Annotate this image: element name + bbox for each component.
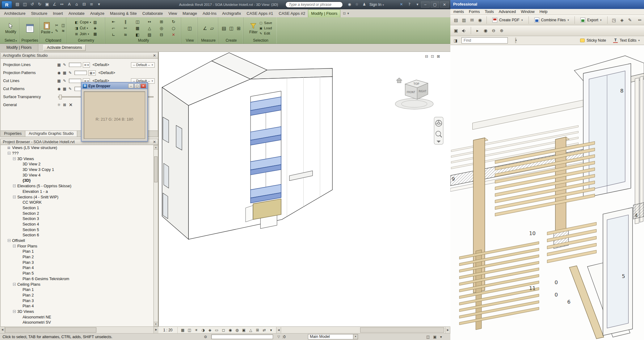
grid-icon[interactable]: ▦ xyxy=(62,70,67,75)
customize-qat-icon[interactable]: ▾ xyxy=(96,2,102,6)
signature-pen-icon[interactable]: ✏ xyxy=(637,17,643,23)
tab-massing-site[interactable]: Massing & Site xyxy=(107,10,140,17)
trim-corner-icon[interactable]: ∟ xyxy=(109,32,118,38)
tab-modify-floors[interactable]: Modify | Floors xyxy=(308,10,340,17)
help-icon[interactable]: ? xyxy=(407,2,412,6)
paste-options-icon[interactable]: ≋ xyxy=(61,29,66,33)
page-thumbnail-icon[interactable]: ▣ xyxy=(452,27,459,34)
tree-item[interactable]: Ceiling Plans xyxy=(1,281,153,287)
find-combo[interactable]: ▾ xyxy=(461,37,508,44)
print-icon[interactable]: ▣ xyxy=(44,2,50,6)
paint-icon[interactable]: ◧ xyxy=(133,32,142,38)
design-option-select[interactable]: Main Model▾ xyxy=(308,334,358,339)
text-edits-button[interactable]: TText Edits▾ xyxy=(611,37,642,44)
copy-icon[interactable]: ⊞ xyxy=(157,19,166,25)
pencil-icon[interactable]: ✎ xyxy=(67,86,73,91)
save-icon[interactable]: ◫ xyxy=(22,2,27,6)
print-icon[interactable]: ▥ xyxy=(461,17,467,23)
tree-item[interactable]: Section 2 xyxy=(1,210,153,216)
tree-item[interactable]: Section 5 xyxy=(1,227,153,232)
menu-window[interactable]: Window xyxy=(518,9,537,15)
shadows-icon[interactable]: ◑ xyxy=(201,328,205,332)
tree-item[interactable]: 3D View 2 xyxy=(1,161,153,167)
match-properties-icon[interactable]: ✎ xyxy=(54,29,59,33)
scrollbar-thumb[interactable] xyxy=(360,327,444,333)
crop-view-icon[interactable]: ▭ xyxy=(214,328,219,332)
join-button[interactable]: ⊞Join▾ xyxy=(74,31,91,37)
editable-only-icon[interactable]: ◫ xyxy=(426,335,430,339)
clear-overrides-icon[interactable]: ✕ xyxy=(67,102,74,108)
rendering-dialog-icon[interactable]: ◈ xyxy=(208,328,212,332)
close-icon[interactable]: ✕ xyxy=(152,139,157,144)
tree-item[interactable]: Offisiell xyxy=(1,238,153,243)
eye-icon[interactable]: ◉ xyxy=(56,86,62,91)
default-view-icon[interactable]: ◫ xyxy=(187,26,192,31)
search-input[interactable] xyxy=(285,2,343,8)
tree-item[interactable]: Section 1 xyxy=(1,205,153,211)
tree-item[interactable]: Plan 1 xyxy=(1,287,153,292)
create-group-icon[interactable]: ▤ xyxy=(222,26,226,31)
favorites-star-icon[interactable]: ☆ xyxy=(355,2,359,6)
tree-item[interactable]: Section 4 xyxy=(1,222,153,227)
scale-icon[interactable]: △ xyxy=(145,26,154,31)
viewcube-right-face[interactable]: RIGHT xyxy=(419,90,426,93)
rotate-icon[interactable]: ↻ xyxy=(169,19,178,25)
tree-item[interactable]: Elevations (5 - Oppriss Skisse) xyxy=(1,183,153,189)
exchange-apps-icon[interactable]: ✕ xyxy=(399,2,404,6)
tab-insert[interactable]: Insert xyxy=(50,10,66,17)
reveal-constraints-icon[interactable]: ⊞ xyxy=(255,328,260,332)
filter-button[interactable]: Filter xyxy=(249,23,258,34)
tree-item[interactable]: 3D Views xyxy=(1,156,153,161)
delete-icon[interactable]: ✕ xyxy=(169,32,178,38)
scrollbar-thumb[interactable] xyxy=(5,327,96,333)
unjoin-icon[interactable]: ▦ xyxy=(93,32,98,36)
tab-case-apps-1[interactable]: CASE Apps #1 xyxy=(244,10,276,17)
unpin-icon[interactable]: ○ xyxy=(169,26,178,31)
tree-item[interactable]: Plan 3 xyxy=(1,259,153,265)
tree-item[interactable]: Plan 3 xyxy=(1,298,153,303)
graphic-studio-header[interactable]: Archigrafix Graphic Studio ✕ xyxy=(0,52,158,59)
default-3d-view-icon[interactable]: ⌂ xyxy=(74,2,79,6)
tree-item[interactable]: 3D View 3 Copy 1 xyxy=(1,167,153,172)
find-options-icon[interactable]: ◨ xyxy=(452,38,459,43)
close-button[interactable]: ✕ xyxy=(141,84,146,88)
review-comment-icon[interactable]: ◳ xyxy=(611,17,617,23)
sun-path-icon[interactable]: ☀ xyxy=(194,328,199,332)
scroll-left-icon[interactable]: ◀ xyxy=(0,327,5,333)
temporary-view-properties-icon[interactable]: ▣ xyxy=(242,328,246,332)
tree-item[interactable]: ▤Views (LS View structure) xyxy=(1,145,153,151)
tree-item[interactable]: {3D} xyxy=(1,178,153,183)
dock-horizontal-scrollbar[interactable]: ◀ ▶ xyxy=(0,326,158,333)
tab-case-apps-2[interactable]: CASE Apps #2 xyxy=(276,10,308,17)
tab-architecture[interactable]: Architecture xyxy=(1,10,28,17)
tab-view[interactable]: View xyxy=(166,10,180,17)
viewcube-top-face[interactable]: TOP xyxy=(413,82,419,85)
pencil-icon[interactable]: ✎ xyxy=(62,78,67,83)
tree-item[interactable]: Sections (4 - Snitt WIP) xyxy=(1,194,153,200)
view-scale-button[interactable]: 1 : 20 xyxy=(158,327,178,333)
tree-expander-icon[interactable] xyxy=(13,283,16,286)
measure-icon[interactable]: ∠ xyxy=(52,2,57,6)
tree-item[interactable]: ??? xyxy=(1,151,153,156)
menu-ments[interactable]: ments xyxy=(451,9,466,15)
activate-dimensions-button[interactable]: Activate Dimensions xyxy=(43,45,86,51)
navigation-bar[interactable] xyxy=(434,117,443,144)
tree-expander-icon[interactable] xyxy=(13,245,16,247)
pin-icon[interactable]: ◎ xyxy=(157,26,166,31)
cut-button[interactable]: ◨Cut▾ xyxy=(74,26,91,31)
text-note-icon[interactable]: A xyxy=(67,2,72,6)
maximize-button[interactable]: ▢ xyxy=(431,2,439,8)
acrobat-titlebar[interactable]: Professional xyxy=(450,0,644,9)
section-icon[interactable]: ⊟ xyxy=(82,2,87,6)
pencil-icon[interactable]: ✎ xyxy=(67,70,73,75)
tree-expander-icon[interactable] xyxy=(8,152,11,155)
speaker-icon[interactable] xyxy=(461,27,468,34)
detail-level-icon[interactable]: ▦ xyxy=(180,328,185,332)
revit-app-button[interactable]: R xyxy=(2,1,12,8)
apply-checkbox-icon[interactable]: ⊠ xyxy=(62,102,67,107)
open-icon[interactable]: ▤ xyxy=(15,2,20,6)
tree-item[interactable]: Plan 6 Gesims Tekniskrom xyxy=(1,276,153,282)
undo-icon[interactable]: ↺ xyxy=(30,2,35,6)
tree-item[interactable]: Plan 1 xyxy=(1,249,153,254)
beam-joins-icon[interactable]: ◈ xyxy=(93,26,98,31)
